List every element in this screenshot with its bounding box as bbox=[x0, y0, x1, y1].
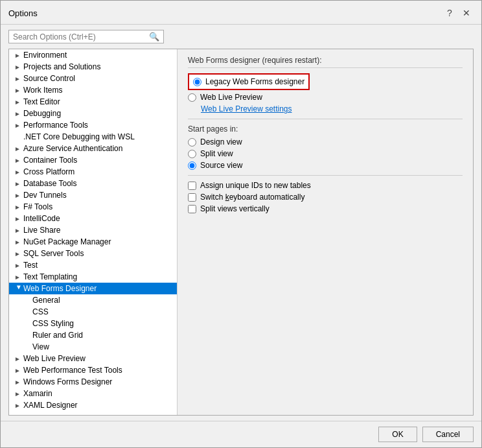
web-live-preview-label: Web Live Preview bbox=[200, 93, 262, 102]
design-view-option: Design view bbox=[188, 137, 463, 147]
arrow-icon: ► bbox=[14, 262, 23, 269]
split-views-option: Split views vertically bbox=[188, 204, 463, 213]
arrow-icon: ► bbox=[14, 157, 23, 164]
arrow-icon: ► bbox=[14, 192, 23, 199]
separator2 bbox=[188, 175, 463, 176]
tree-item-label: Text Editor bbox=[23, 97, 60, 106]
arrow-icon: ► bbox=[14, 402, 23, 409]
arrow-icon: ► bbox=[14, 87, 23, 94]
web-live-preview-radio[interactable] bbox=[188, 93, 196, 102]
tree-item-label: Source Control bbox=[23, 74, 75, 83]
dialog-title: Options bbox=[8, 8, 38, 18]
tree-item-source-control[interactable]: ► Source Control bbox=[9, 73, 177, 84]
tree-item-label: Container Tools bbox=[23, 156, 77, 165]
tree-item-work-items[interactable]: ► Work Items bbox=[9, 84, 177, 96]
tree-item-net-core-debugging[interactable]: .NET Core Debugging with WSL bbox=[9, 131, 177, 143]
search-bar: 🔍 bbox=[8, 30, 164, 43]
legacy-radio[interactable] bbox=[193, 78, 201, 86]
tree-item-label: .NET Core Debugging with WSL bbox=[23, 132, 135, 141]
tree-item-label: Web Forms Designer bbox=[23, 284, 97, 293]
tree-subitem-view[interactable]: View bbox=[9, 341, 177, 353]
tree-item-label: Azure Service Authentication bbox=[23, 144, 122, 153]
tree-item-intellicode[interactable]: ► IntelliCode bbox=[9, 213, 177, 224]
tree-subitem-css[interactable]: CSS bbox=[9, 306, 177, 318]
tree-item-container-tools[interactable]: ► Container Tools bbox=[9, 154, 177, 166]
search-input[interactable] bbox=[13, 32, 149, 41]
tree-item-label: Cross Platform bbox=[23, 167, 75, 176]
arrow-icon: ► bbox=[14, 204, 23, 211]
arrow-icon: ► bbox=[14, 390, 23, 397]
tree-item-cross-platform[interactable]: ► Cross Platform bbox=[9, 166, 177, 178]
tree-subitem-css-styling[interactable]: CSS Styling bbox=[9, 318, 177, 329]
arrow-icon: ► bbox=[14, 145, 23, 152]
tree-item-performance-tools[interactable]: ► Performance Tools bbox=[9, 119, 177, 131]
tree-item-fsharp-tools[interactable]: ► F# Tools bbox=[9, 201, 177, 213]
tree-item-web-perf-test[interactable]: ► Web Performance Test Tools bbox=[9, 364, 177, 376]
tree-item-text-editor[interactable]: ► Text Editor bbox=[9, 96, 177, 108]
tree-item-label: Projects and Solutions bbox=[23, 62, 100, 71]
switch-keyboard-checkbox[interactable] bbox=[188, 193, 196, 202]
web-live-preview-option: Web Live Preview bbox=[188, 93, 463, 102]
legacy-radio-text: Legacy Web Forms designer bbox=[205, 77, 304, 86]
tree-item-label: Live Share bbox=[23, 226, 60, 235]
design-view-radio[interactable] bbox=[188, 138, 196, 147]
tree-item-xamarin[interactable]: ► Xamarin bbox=[9, 388, 177, 399]
tree-item-label: F# Tools bbox=[23, 202, 52, 211]
assign-unique-ids-label: Assign unique IDs to new tables bbox=[200, 181, 311, 190]
tree-item-dev-tunnels[interactable]: ► Dev Tunnels bbox=[9, 189, 177, 201]
split-view-option: Split view bbox=[188, 149, 463, 158]
source-view-label: Source view bbox=[200, 161, 242, 170]
close-button[interactable]: ✕ bbox=[459, 6, 474, 20]
arrow-icon: ► bbox=[14, 239, 23, 246]
tree-item-label: CSS Styling bbox=[32, 319, 74, 328]
tree-item-label: View bbox=[32, 342, 49, 351]
arrow-icon: ► bbox=[14, 379, 23, 386]
tree-item-debugging[interactable]: ► Debugging bbox=[9, 108, 177, 119]
tree-item-azure-auth[interactable]: ► Azure Service Authentication bbox=[9, 143, 177, 154]
legacy-radio-label[interactable]: Legacy Web Forms designer bbox=[193, 77, 304, 86]
split-view-radio[interactable] bbox=[188, 150, 196, 158]
tree-item-windows-forms-designer[interactable]: ► Windows Forms Designer bbox=[9, 376, 177, 388]
tree-item-database-tools[interactable]: ► Database Tools bbox=[9, 178, 177, 189]
arrow-icon: ► bbox=[14, 122, 23, 129]
tree-item-live-share[interactable]: ► Live Share bbox=[9, 224, 177, 236]
split-views-checkbox[interactable] bbox=[188, 205, 196, 213]
arrow-icon: ► bbox=[14, 250, 23, 257]
ok-button[interactable]: OK bbox=[378, 427, 417, 442]
arrow-icon: ► bbox=[14, 75, 23, 82]
tree-item-xaml-designer[interactable]: ► XAML Designer bbox=[9, 399, 177, 411]
tree-item-web-live-preview[interactable]: ► Web Live Preview bbox=[9, 353, 177, 364]
tree-item-web-forms-designer[interactable]: ► Web Forms Designer bbox=[9, 283, 177, 294]
search-icon: 🔍 bbox=[149, 32, 159, 41]
content-area: ► Environment ► Projects and Solutions ►… bbox=[8, 49, 474, 416]
help-button[interactable]: ? bbox=[442, 6, 457, 20]
tree-subitem-general[interactable]: General bbox=[9, 294, 177, 306]
tree-item-label: SQL Server Tools bbox=[23, 249, 84, 258]
tree-item-environment[interactable]: ► Environment bbox=[9, 49, 177, 61]
source-view-radio[interactable] bbox=[188, 161, 196, 170]
web-live-preview-settings-link[interactable]: Web Live Preview settings bbox=[201, 104, 463, 113]
switch-keyboard-option: Switch keyboard automatically bbox=[188, 193, 463, 202]
tree-item-text-templating[interactable]: ► Text Templating bbox=[9, 271, 177, 283]
tree-item-nuget[interactable]: ► NuGet Package Manager bbox=[9, 236, 177, 248]
cancel-button[interactable]: Cancel bbox=[422, 427, 474, 442]
dialog-footer: OK Cancel bbox=[1, 421, 481, 447]
tree-item-sql-server[interactable]: ► SQL Server Tools bbox=[9, 248, 177, 259]
tree-item-label: General bbox=[32, 296, 60, 305]
arrow-icon: ► bbox=[14, 274, 23, 281]
left-panel: ► Environment ► Projects and Solutions ►… bbox=[9, 49, 178, 415]
tree-subitem-ruler-grid[interactable]: Ruler and Grid bbox=[9, 329, 177, 341]
tree-item-label: Windows Forms Designer bbox=[23, 377, 112, 386]
arrow-icon: ► bbox=[14, 52, 23, 59]
tree-item-label: Xamarin bbox=[23, 389, 52, 398]
tree-item-test[interactable]: ► Test bbox=[9, 259, 177, 271]
tree-item-label: Database Tools bbox=[23, 179, 77, 188]
arrow-icon: ► bbox=[14, 99, 23, 106]
tree-item-label: XAML Designer bbox=[23, 401, 78, 410]
legacy-option-box: Legacy Web Forms designer bbox=[188, 73, 310, 90]
dialog-body: 🔍 ► Environment ► Projects and Solutions… bbox=[1, 25, 481, 421]
assign-unique-ids-checkbox[interactable] bbox=[188, 182, 196, 190]
tree-item-label: Ruler and Grid bbox=[32, 331, 83, 340]
tree-item-projects-solutions[interactable]: ► Projects and Solutions bbox=[9, 61, 177, 73]
arrow-icon: ► bbox=[14, 64, 23, 71]
